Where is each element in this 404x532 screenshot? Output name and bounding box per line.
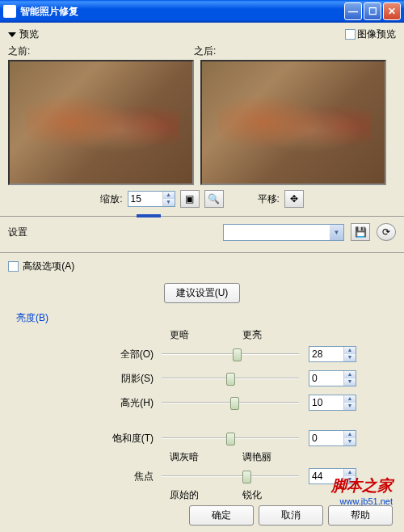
spin-up-icon[interactable]: ▲: [163, 192, 175, 199]
sharp-label: 锐化: [242, 488, 262, 502]
minimize-button[interactable]: —: [344, 2, 362, 20]
window-title: 智能照片修复: [20, 5, 344, 19]
focus-slider[interactable]: [162, 468, 299, 484]
cancel-button[interactable]: 取消: [259, 505, 323, 526]
after-label: 之后:: [194, 44, 380, 58]
save-icon: 💾: [355, 226, 367, 238]
save-settings-button[interactable]: 💾: [351, 223, 370, 241]
saturation-value[interactable]: [309, 431, 343, 445]
before-image: [8, 60, 194, 185]
reset-icon: ⟳: [382, 226, 390, 238]
brightness-slider[interactable]: [162, 346, 299, 362]
brightness-row-label: 全部(O): [16, 348, 162, 361]
maximize-button[interactable]: ☐: [364, 2, 381, 20]
vivid-label: 调艳丽: [242, 450, 271, 464]
before-label: 之前:: [8, 44, 194, 58]
zoom-label: 缩放:: [100, 192, 122, 206]
brightness-row-label: 高光(H): [16, 396, 162, 410]
preview-label: 预览: [19, 27, 39, 41]
pan-icon: ✥: [290, 193, 298, 205]
ok-button[interactable]: 确定: [189, 505, 254, 526]
brightness-slider[interactable]: [162, 395, 299, 411]
brightness-value[interactable]: [309, 371, 343, 386]
advanced-label: 高级选项(A): [23, 260, 74, 272]
magnifier-icon: 🔍: [208, 193, 220, 205]
spin-down-icon[interactable]: ▼: [163, 199, 175, 206]
pan-button[interactable]: ✥: [284, 190, 304, 208]
brightness-value[interactable]: [309, 395, 343, 410]
settings-label: 设置: [8, 226, 27, 239]
after-image: [200, 60, 386, 185]
saturation-label: 饱和度(T): [16, 432, 162, 445]
collapse-icon[interactable]: [8, 32, 16, 37]
suggest-settings-button[interactable]: 建议设置(U): [164, 283, 241, 303]
titlebar: 智能照片修复 — ☐ ✕: [0, 0, 404, 23]
zoom-progress: [137, 214, 161, 217]
pan-label: 平移:: [258, 192, 280, 206]
saturation-slider[interactable]: [162, 430, 299, 446]
help-button[interactable]: 帮助: [328, 505, 393, 526]
close-button[interactable]: ✕: [383, 2, 401, 20]
chevron-down-icon[interactable]: ▼: [330, 225, 343, 240]
focus-label: 焦点: [16, 470, 162, 483]
darker-label: 更暗: [170, 328, 242, 342]
saturation-spinner[interactable]: ▲▼: [309, 430, 356, 446]
original-label: 原始的: [170, 488, 242, 502]
dull-label: 调灰暗: [170, 450, 242, 464]
settings-combo[interactable]: ▼: [223, 224, 344, 241]
fit-icon: ▣: [185, 193, 194, 205]
zoom-input[interactable]: [128, 192, 162, 206]
brightness-title: 亮度(B): [16, 311, 388, 325]
brightness-spinner[interactable]: ▲▼: [309, 346, 356, 362]
brightness-slider[interactable]: [162, 370, 299, 386]
app-icon: [3, 5, 16, 18]
lighter-label: 更亮: [242, 328, 262, 342]
image-preview-label: 图像预览: [357, 27, 396, 41]
fit-window-button[interactable]: ▣: [180, 190, 200, 208]
zoom-actual-button[interactable]: 🔍: [204, 190, 224, 208]
brightness-row-label: 阴影(S): [16, 372, 162, 386]
brightness-group: 亮度(B) 更暗 更亮 全部(O) ▲▼阴影(S) ▲▼高光(H) ▲▼: [16, 311, 388, 415]
reset-settings-button[interactable]: ⟳: [377, 223, 396, 241]
brightness-spinner[interactable]: ▲▼: [309, 395, 356, 411]
brightness-value[interactable]: [309, 347, 343, 361]
watermark: 脚本之家 www.jb51.net: [331, 475, 393, 506]
image-preview-checkbox[interactable]: [345, 29, 356, 40]
brightness-spinner[interactable]: ▲▼: [309, 370, 356, 386]
zoom-spinner[interactable]: ▲▼: [128, 191, 175, 207]
advanced-checkbox[interactable]: [8, 261, 19, 272]
